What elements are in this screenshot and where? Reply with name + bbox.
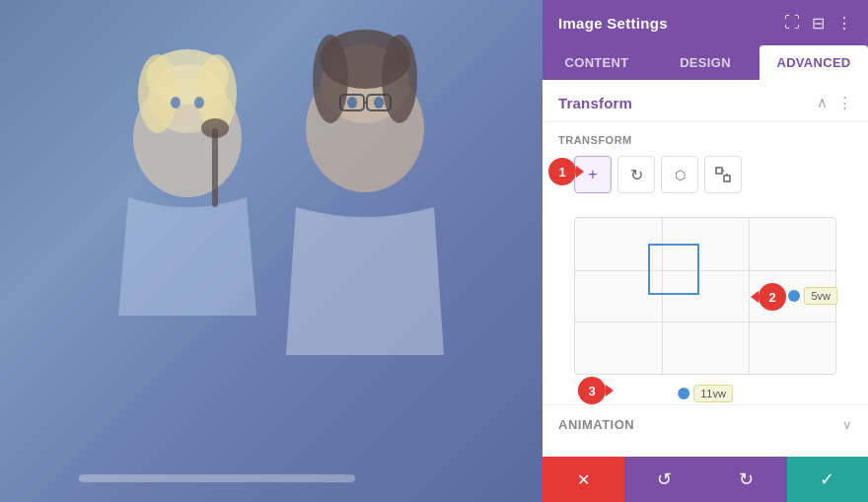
rotate-btn[interactable]: ↻ [617,156,655,193]
v-slider-group: 11vw [678,385,733,402]
transform-rect [648,244,699,295]
section-more-icon[interactable]: ⋮ [837,94,852,111]
more-icon[interactable]: ⋮ [836,14,852,33]
transform-label: Transform [542,122,868,152]
monitor-bar [79,474,355,482]
h-slider-group: 5vw [788,287,837,305]
collapse-icon[interactable]: ∧ [817,94,828,111]
save-button[interactable]: ✓ [787,457,869,502]
redo-icon: ↻ [739,468,754,490]
save-icon: ✓ [820,468,834,490]
animation-title: Animation [558,417,634,432]
tab-content[interactable]: Content [542,45,651,80]
undo-icon: ↺ [657,468,672,490]
svg-point-15 [347,97,357,108]
columns-icon[interactable]: ⊟ [812,14,825,33]
svg-rect-17 [212,128,218,207]
header-icons: ⛶ ⊟ ⋮ [784,14,852,33]
h-slider-handle[interactable] [788,290,800,302]
skew-btn[interactable]: ⬡ [661,156,698,193]
grid-line-v1 [662,218,663,374]
redo-button[interactable]: ↻ [705,457,787,502]
scale-icon [715,167,731,182]
svg-point-16 [374,97,384,108]
animation-expand-icon[interactable]: ∨ [842,417,852,432]
grid-line-v2 [749,218,750,374]
animation-section[interactable]: Animation ∨ [542,404,868,444]
transform-buttons: + ↻ ⬡ [558,152,852,205]
h-slider-value: 5vw [804,287,837,305]
svg-point-18 [201,118,229,138]
callout-2: 2 [759,283,786,311]
people-illustration [30,20,523,454]
grid-line-h2 [575,322,835,323]
panel-body: Transform ∧ ⋮ Transform + ↻ ⬡ [542,80,868,502]
undo-button[interactable]: ↺ [624,457,706,502]
transform-title: Transform [558,95,632,111]
tab-advanced[interactable]: Advanced [760,45,868,80]
callout-3: 3 [578,377,606,404]
tab-bar: Content Design Advanced [542,45,868,80]
section-header-icons: ∧ ⋮ [817,94,852,111]
panel-title: Image Settings [558,15,668,32]
background-image [0,0,548,502]
settings-panel: Image Settings ⛶ ⊟ ⋮ Content Design Adva… [542,0,868,502]
svg-rect-19 [716,168,722,174]
cancel-button[interactable]: ✕ [542,457,624,502]
grid-line-h1 [575,270,835,271]
v-slider-handle[interactable] [678,388,689,399]
bottom-toolbar: ✕ ↺ ↻ ✓ [542,457,868,502]
transform-section-header: Transform ∧ ⋮ [542,80,868,122]
tab-design[interactable]: Design [651,45,760,80]
v-slider-value: 11vw [693,385,733,402]
cancel-icon: ✕ [577,470,590,489]
panel-header: Image Settings ⛶ ⊟ ⋮ [542,0,868,45]
transform-canvas: 5vw 2 [574,217,836,375]
svg-rect-20 [724,176,730,181]
svg-point-5 [171,97,181,108]
svg-point-3 [138,54,178,133]
callout-1: 1 [548,158,576,185]
expand-icon[interactable]: ⛶ [784,14,800,32]
scale-btn[interactable] [704,156,742,193]
svg-point-6 [194,97,204,108]
